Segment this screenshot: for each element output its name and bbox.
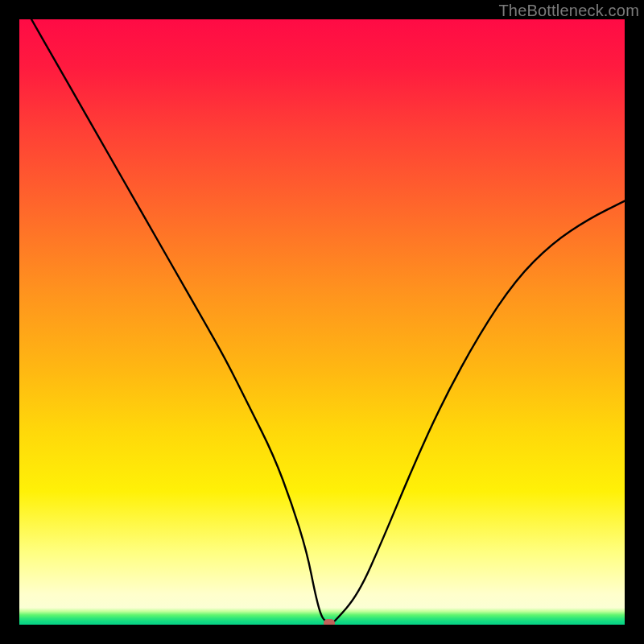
bottleneck-curve (19, 19, 625, 625)
plot-area (19, 19, 625, 625)
optimal-point-marker (324, 619, 335, 625)
watermark-text: TheBottleneck.com (498, 2, 639, 20)
chart-frame: TheBottleneck.com (0, 0, 644, 644)
